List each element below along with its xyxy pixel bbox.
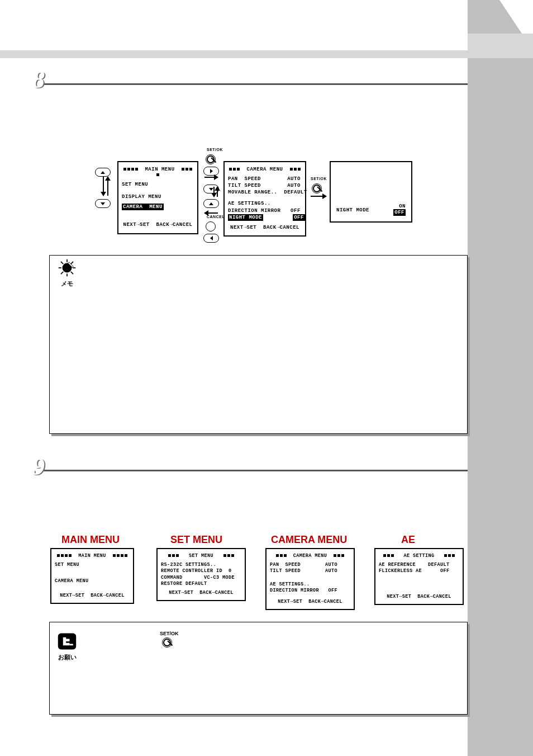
osd2-main-menu: MAIN MENU SET MENU CAMERA MENU NEXT→SET … xyxy=(50,548,134,604)
remote-up-button-2[interactable] xyxy=(203,199,219,208)
svg-rect-11 xyxy=(70,644,73,646)
setok-button[interactable] xyxy=(206,154,216,164)
osd-line: NIGHT MODE OFF xyxy=(228,214,302,221)
osd-line: RESTORE DEFAULT xyxy=(161,581,241,587)
memo-icon: メモ xyxy=(56,258,78,288)
step-number-8: 8 xyxy=(34,66,56,88)
osd-footer: NEXT→SET BACK→CANCEL xyxy=(122,221,194,228)
svg-line-7 xyxy=(61,272,63,274)
setok-button-2[interactable] xyxy=(312,183,322,193)
notice-icon: お願い xyxy=(56,632,78,662)
cancel-button[interactable] xyxy=(206,221,216,231)
arrow-right-icon xyxy=(204,177,218,178)
osd-line: DISPLAY MENU xyxy=(122,193,194,200)
svg-line-6 xyxy=(71,272,73,274)
page-corner xyxy=(468,0,533,756)
osd-line: COMMAND VC-C3 MODE xyxy=(161,575,241,581)
remote-up-button[interactable] xyxy=(95,168,111,177)
rule-step-9 xyxy=(42,470,468,471)
osd-title: SET MENU xyxy=(161,553,241,559)
osd2-ae-setting: AE SETTING AE REFERENCE DEFAULT FLICKERL… xyxy=(374,548,464,605)
heading-ae: AE xyxy=(401,534,415,546)
svg-line-8 xyxy=(71,262,73,264)
osd-camera-menu: CAMERA MENU PAN SPEED AUTO TILT SPEED AU… xyxy=(223,161,306,237)
remote-down-button[interactable] xyxy=(95,199,111,208)
step-number-9: 9 xyxy=(34,453,56,475)
osd-main-menu: MAIN MENU SET MENU DISPLAY MENU CAMERA M… xyxy=(117,161,198,234)
memo-note xyxy=(49,255,468,434)
osd-line: AE REFERENCE DEFAULT xyxy=(379,562,459,568)
arrow-right-icon xyxy=(311,196,326,197)
arrow-left-icon xyxy=(204,212,218,214)
osd-line: PAN SPEED AUTO xyxy=(270,562,350,568)
heading-camera-menu: CAMERA MENU xyxy=(271,534,347,546)
osd-line: REMOTE CONTROLLER ID 0 xyxy=(161,568,241,574)
osd-line: TILT SPEED AUTO xyxy=(228,182,302,189)
setok-button-footer[interactable] xyxy=(162,637,172,648)
osd-title: CAMERA MENU xyxy=(270,553,350,559)
rule-step-8 xyxy=(42,83,468,85)
osd-line: DIRECTION MIRROR OFF xyxy=(270,588,350,594)
osd-title: MAIN MENU xyxy=(122,167,194,178)
osd-night-mode: NIGHT MODE ON OFF xyxy=(330,161,412,223)
osd-line: RS-232C SETTINGS.. xyxy=(161,562,241,568)
arrow-up-icon xyxy=(217,187,218,197)
osd-footer: NEXT→SET BACK→CANCEL xyxy=(55,593,130,599)
osd-line: MOVABLE RANGE.. DEFAULT xyxy=(228,189,302,196)
osd-line: PAN SPEED AUTO xyxy=(228,176,302,182)
osd-footer: NEXT→SET BACK→CANCEL xyxy=(228,224,302,231)
osd-footer: NEXT→SET BACK→CANCEL xyxy=(161,590,241,596)
osd-line: CAMERA MENU xyxy=(55,578,130,584)
osd-line: TILT SPEED AUTO xyxy=(270,568,350,574)
osd-line: AE SETTINGS.. xyxy=(270,582,350,588)
notice-label: お願い xyxy=(56,653,78,662)
osd-title: CAMERA MENU xyxy=(228,167,302,172)
osd-line: FLICKERLESS AE OFF xyxy=(379,568,459,574)
osd-line: DIRECTION MIRROR OFF xyxy=(228,207,302,214)
osd-line: SET MENU xyxy=(55,562,130,568)
osd2-camera-menu: CAMERA MENU PAN SPEED AUTO TILT SPEED AU… xyxy=(265,548,355,610)
setok-label-footer: SET/OK xyxy=(160,631,179,636)
osd-footer: NEXT→SET BACK→CANCEL xyxy=(270,599,350,605)
arrow-up-icon xyxy=(107,177,108,196)
osd-line: NIGHT MODE xyxy=(336,207,369,214)
remote-left-button[interactable] xyxy=(203,234,219,243)
osd-line: SET MENU xyxy=(122,181,194,188)
top-band xyxy=(0,50,468,58)
svg-line-5 xyxy=(61,262,63,264)
osd-line: AE SETTINGS.. xyxy=(228,200,302,207)
osd-title: MAIN MENU xyxy=(55,553,130,559)
heading-set-menu: SET MENU xyxy=(170,534,222,546)
setok-label: SET/OK xyxy=(311,177,327,181)
osd-footer: NEXT→SET BACK→CANCEL xyxy=(379,594,459,600)
osd2-set-menu: SET MENU RS-232C SETTINGS.. REMOTE CONTR… xyxy=(156,548,246,601)
osd-line: CAMERA MENU xyxy=(122,204,194,210)
osd-line: OFF xyxy=(393,209,406,216)
memo-label: メモ xyxy=(56,280,78,288)
arrow-down-icon xyxy=(103,177,104,196)
setok-label: SET/OK xyxy=(207,148,223,152)
osd-title: AE SETTING xyxy=(379,553,459,559)
cancel-label: CANCEL xyxy=(207,215,225,219)
footer-note xyxy=(49,622,468,715)
heading-main-menu: MAIN MENU xyxy=(61,534,120,546)
